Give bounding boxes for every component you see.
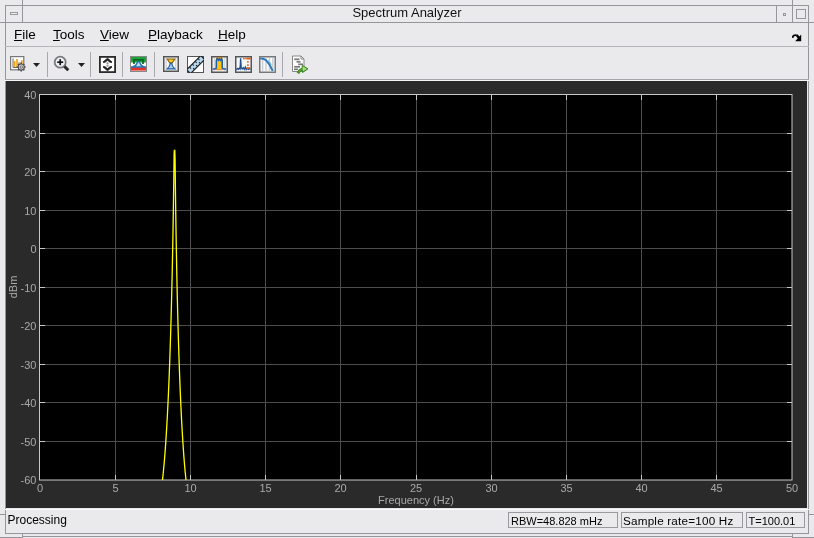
svg-text:0: 0 <box>37 482 43 494</box>
svg-text:40: 40 <box>635 482 647 494</box>
svg-text:30: 30 <box>485 482 497 494</box>
svg-text:5: 5 <box>112 482 118 494</box>
svg-text:25: 25 <box>410 482 422 494</box>
svg-text:20: 20 <box>24 166 36 178</box>
svg-text:15: 15 <box>259 482 271 494</box>
svg-text:-20: -20 <box>21 320 37 332</box>
svg-text:dBm: dBm <box>7 276 19 299</box>
svg-text:10: 10 <box>184 482 196 494</box>
svg-text:-30: -30 <box>21 359 37 371</box>
svg-text:30: 30 <box>24 128 36 140</box>
svg-text:-40: -40 <box>21 397 37 409</box>
svg-text:10: 10 <box>24 205 36 217</box>
svg-text:-50: -50 <box>21 436 37 448</box>
svg-text:35: 35 <box>560 482 572 494</box>
svg-text:-60: -60 <box>21 474 37 486</box>
svg-text:-10: -10 <box>21 282 37 294</box>
svg-text:20: 20 <box>334 482 346 494</box>
svg-text:0: 0 <box>30 243 36 255</box>
svg-text:Frequency (Hz): Frequency (Hz) <box>378 494 454 506</box>
svg-text:40: 40 <box>24 89 36 101</box>
svg-text:50: 50 <box>786 482 798 494</box>
svg-text:45: 45 <box>710 482 722 494</box>
